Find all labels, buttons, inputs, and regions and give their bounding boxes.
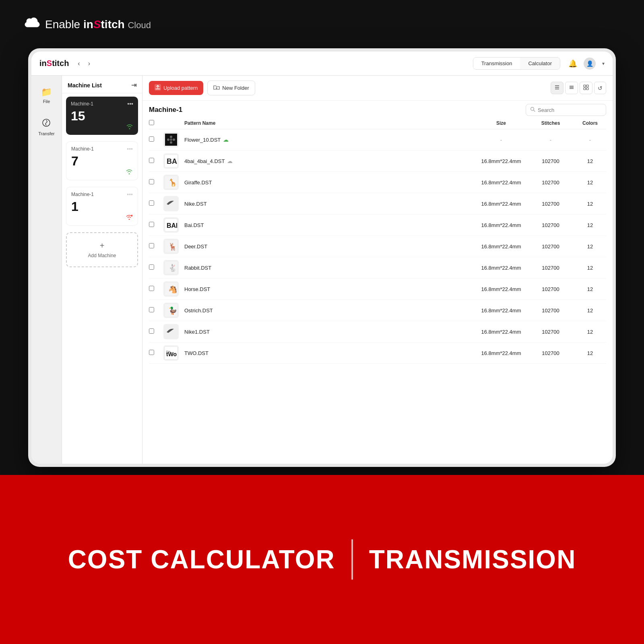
sidebar-item-file[interactable]: 📁 File [36, 84, 57, 107]
row-checkbox[interactable] [149, 264, 160, 271]
machine-1-number: 15 [71, 109, 133, 124]
file-name[interactable]: 4bai_4bai_4.DST [184, 158, 225, 164]
page-title: Machine-1 [149, 106, 182, 114]
svg-text:🐴: 🐴 [168, 285, 177, 294]
svg-point-17 [170, 138, 172, 141]
file-colors: 12 [574, 244, 606, 250]
machine-card-3: Machine-1 ••• 1 [66, 187, 138, 226]
file-name[interactable]: Giraffe.DST [184, 180, 212, 186]
file-colors: 12 [574, 265, 606, 271]
file-thumbnail: BAI [163, 153, 179, 169]
svg-line-15 [534, 110, 535, 112]
file-name[interactable]: Ostrich.DST [184, 308, 213, 314]
list-view-button[interactable] [551, 82, 564, 94]
table-row: BAI 4bai_4bai_4.DST ☁ 16.8mm*22.4mm 1027… [149, 151, 606, 172]
machine-card-2: Machine-1 ••• 7 [66, 141, 138, 180]
main-content: Upload pattern New Folder [142, 76, 613, 464]
file-name-cell: Flower_10.DST ☁ [184, 136, 472, 143]
nav-arrows: ‹ › [75, 58, 93, 69]
table-row: Flower_10.DST ☁ - - - [149, 129, 606, 151]
file-list-container: Pattern Name Size Stitches Colors Flower… [142, 118, 613, 464]
user-icon: 👤 [586, 60, 593, 67]
chevron-down-icon: ▾ [602, 61, 605, 66]
header-checkbox-col [149, 120, 160, 126]
row-checkbox[interactable] [149, 307, 160, 314]
svg-point-18 [170, 136, 172, 138]
transfer-icon [42, 118, 51, 130]
row-checkbox[interactable] [149, 200, 160, 207]
row-checkbox[interactable] [149, 328, 160, 335]
tab-calculator[interactable]: Calculator [520, 58, 560, 69]
svg-text:🦌: 🦌 [168, 242, 177, 251]
file-stitches: - [530, 137, 571, 143]
svg-rect-13 [586, 88, 588, 90]
table-row: 🐇 Rabbit.DST 16.8mm*22.4mm 102700 12 [149, 257, 606, 279]
file-name[interactable]: Rabbit.DST [184, 265, 211, 271]
file-colors: 12 [574, 329, 606, 335]
machine-panel: Machine List ⇥ Machine-1 ••• 15 [62, 76, 142, 464]
svg-rect-26 [165, 198, 177, 210]
row-checkbox[interactable] [149, 179, 160, 186]
row-checkbox[interactable] [149, 350, 160, 356]
file-thumbnail [163, 196, 179, 211]
file-name[interactable]: Nike1.DST [184, 329, 210, 335]
upload-label: Upload pattern [163, 85, 198, 91]
svg-rect-11 [586, 85, 588, 87]
select-all-checkbox[interactable] [149, 120, 154, 125]
tab-transmission[interactable]: Transmission [473, 58, 520, 69]
row-checkbox[interactable] [149, 136, 160, 143]
file-size: 16.8mm*22.4mm [475, 286, 527, 292]
grid-view-button[interactable] [580, 82, 592, 94]
file-size: - [475, 137, 527, 143]
file-colors: - [574, 137, 606, 143]
machine-3-menu[interactable]: ••• [127, 191, 133, 198]
new-folder-button[interactable]: New Folder [207, 80, 255, 95]
file-name-cell: Rabbit.DST [184, 265, 472, 271]
machine-2-menu[interactable]: ••• [127, 146, 133, 152]
svg-text:🦒: 🦒 [168, 178, 177, 187]
nav-back-button[interactable]: ‹ [75, 58, 82, 69]
row-checkbox[interactable] [149, 222, 160, 228]
row-checkbox[interactable] [149, 158, 160, 164]
file-name[interactable]: Deer.DST [184, 244, 207, 250]
file-name-cell: Giraffe.DST [184, 180, 472, 186]
file-name[interactable]: Nike.DST [184, 201, 207, 207]
user-avatar[interactable]: 👤 [584, 58, 596, 70]
file-name[interactable]: Bai.DST [184, 222, 204, 228]
bell-icon[interactable]: 🔔 [568, 59, 577, 68]
bottom-divider [351, 539, 353, 580]
upload-pattern-button[interactable]: Upload pattern [149, 81, 203, 95]
refresh-button[interactable]: ↺ [594, 82, 606, 94]
nav-forward-button[interactable]: › [86, 58, 93, 69]
file-name[interactable]: Horse.DST [184, 286, 210, 292]
file-name[interactable]: Flower_10.DST [184, 137, 221, 143]
row-checkbox[interactable] [149, 286, 160, 292]
file-thumbnail: 🐴 [163, 281, 179, 297]
row-checkbox[interactable] [149, 243, 160, 250]
file-name[interactable]: TWO.DST [184, 350, 208, 356]
file-thumbnail: I'mtWo [163, 345, 179, 361]
file-size: 16.8mm*22.4mm [475, 265, 527, 271]
bottom-section: COST CALCULATOR TRANSMISSION [0, 475, 644, 644]
wifi-icon-3 [126, 214, 133, 221]
add-machine-button[interactable]: + Add Machine [66, 232, 138, 267]
app-body: 📁 File Transfer Machine List [31, 76, 613, 464]
file-stitches: 102700 [530, 201, 571, 207]
file-name-cell: Nike.DST [184, 201, 472, 207]
machine-1-menu[interactable]: ••• [127, 101, 133, 107]
file-stitches: 102700 [530, 329, 571, 335]
svg-rect-10 [584, 85, 586, 87]
svg-rect-12 [584, 88, 586, 90]
svg-text:🦆: 🦆 [168, 306, 177, 315]
top-branding: Enable inStitch Cloud [24, 16, 151, 33]
machine-panel-title: Machine List [68, 82, 102, 89]
file-colors: 12 [574, 158, 606, 164]
machine-3-name: Machine-1 [71, 192, 94, 197]
compact-view-button[interactable] [565, 82, 578, 94]
collapse-icon[interactable]: ⇥ [131, 81, 136, 89]
sidebar-item-transfer[interactable]: Transfer [33, 115, 60, 139]
table-row: BAI Bai.DST 16.8mm*22.4mm 102700 12 [149, 215, 606, 236]
add-icon: + [100, 241, 105, 250]
file-colors: 12 [574, 222, 606, 228]
search-input[interactable] [538, 107, 602, 113]
